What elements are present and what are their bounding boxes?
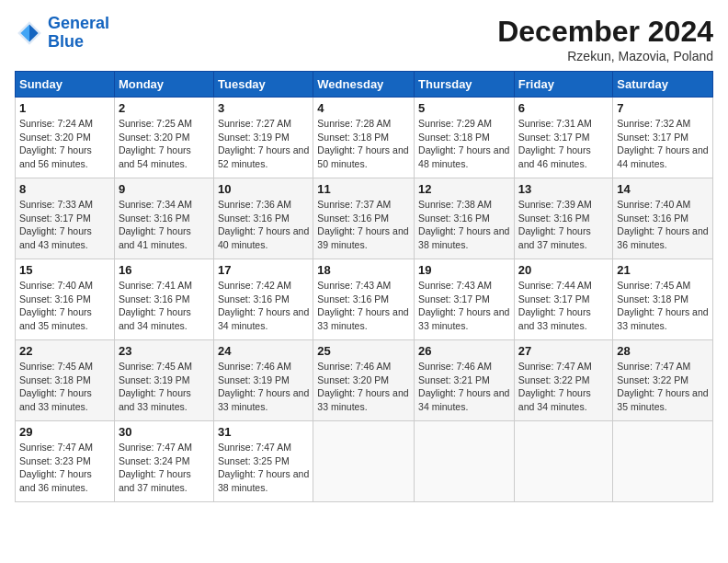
day-number: 3: [218, 101, 309, 115]
day-number: 8: [19, 182, 110, 196]
calendar-cell: [313, 421, 415, 502]
day-number: 21: [617, 263, 709, 277]
calendar-cell: 5 Sunrise: 7:29 AM Sunset: 3:18 PM Dayli…: [415, 98, 515, 178]
calendar-cell: 10 Sunrise: 7:36 AM Sunset: 3:16 PM Dayl…: [214, 178, 313, 259]
calendar-week-row: 8 Sunrise: 7:33 AM Sunset: 3:17 PM Dayli…: [16, 178, 713, 259]
day-info: Sunrise: 7:28 AM Sunset: 3:18 PM Dayligh…: [317, 117, 410, 171]
location-subtitle: Rzekun, Mazovia, Poland: [497, 49, 713, 63]
calendar-header-row: SundayMondayTuesdayWednesdayThursdayFrid…: [16, 72, 713, 98]
day-number: 18: [317, 263, 410, 277]
day-number: 26: [418, 344, 510, 358]
day-info: Sunrise: 7:47 AM Sunset: 3:23 PM Dayligh…: [19, 441, 110, 495]
calendar-cell: 19 Sunrise: 7:43 AM Sunset: 3:17 PM Dayl…: [415, 259, 515, 340]
calendar-cell: 6 Sunrise: 7:31 AM Sunset: 3:17 PM Dayli…: [514, 98, 613, 178]
calendar-cell: 13 Sunrise: 7:39 AM Sunset: 3:16 PM Dayl…: [514, 178, 613, 259]
day-number: 11: [317, 182, 410, 196]
day-number: 31: [218, 425, 309, 439]
day-number: 9: [119, 182, 210, 196]
day-number: 6: [518, 101, 609, 115]
day-number: 17: [218, 263, 309, 277]
day-info: Sunrise: 7:29 AM Sunset: 3:18 PM Dayligh…: [418, 117, 510, 171]
day-info: Sunrise: 7:46 AM Sunset: 3:21 PM Dayligh…: [418, 360, 510, 414]
day-info: Sunrise: 7:42 AM Sunset: 3:16 PM Dayligh…: [218, 279, 309, 333]
day-number: 5: [418, 101, 510, 115]
calendar-cell: 22 Sunrise: 7:45 AM Sunset: 3:18 PM Dayl…: [16, 340, 115, 421]
title-block: December 2024 Rzekun, Mazovia, Poland: [497, 15, 713, 63]
day-info: Sunrise: 7:46 AM Sunset: 3:19 PM Dayligh…: [218, 360, 309, 414]
day-number: 1: [19, 101, 110, 115]
day-number: 28: [617, 344, 709, 358]
calendar-cell: 11 Sunrise: 7:37 AM Sunset: 3:16 PM Dayl…: [313, 178, 415, 259]
calendar-cell: 30 Sunrise: 7:47 AM Sunset: 3:24 PM Dayl…: [114, 421, 213, 502]
day-info: Sunrise: 7:32 AM Sunset: 3:17 PM Dayligh…: [617, 117, 709, 171]
day-number: 24: [218, 344, 309, 358]
day-info: Sunrise: 7:37 AM Sunset: 3:16 PM Dayligh…: [317, 198, 410, 252]
calendar-cell: 1 Sunrise: 7:24 AM Sunset: 3:20 PM Dayli…: [16, 98, 115, 178]
logo-general: General: [48, 14, 109, 32]
day-number: 2: [119, 101, 210, 115]
calendar-week-row: 15 Sunrise: 7:40 AM Sunset: 3:16 PM Dayl…: [16, 259, 713, 340]
day-info: Sunrise: 7:34 AM Sunset: 3:16 PM Dayligh…: [119, 198, 210, 252]
calendar-cell: 7 Sunrise: 7:32 AM Sunset: 3:17 PM Dayli…: [613, 98, 713, 178]
day-header-wednesday: Wednesday: [313, 72, 415, 98]
day-header-tuesday: Tuesday: [214, 72, 313, 98]
logo: General Blue: [15, 15, 109, 52]
day-info: Sunrise: 7:47 AM Sunset: 3:24 PM Dayligh…: [119, 441, 210, 495]
calendar-cell: 28 Sunrise: 7:47 AM Sunset: 3:22 PM Dayl…: [613, 340, 713, 421]
day-info: Sunrise: 7:39 AM Sunset: 3:16 PM Dayligh…: [518, 198, 609, 252]
calendar-cell: 3 Sunrise: 7:27 AM Sunset: 3:19 PM Dayli…: [214, 98, 313, 178]
day-info: Sunrise: 7:43 AM Sunset: 3:17 PM Dayligh…: [418, 279, 510, 333]
day-info: Sunrise: 7:46 AM Sunset: 3:20 PM Dayligh…: [317, 360, 410, 414]
day-number: 12: [418, 182, 510, 196]
calendar-cell: [514, 421, 613, 502]
day-info: Sunrise: 7:47 AM Sunset: 3:22 PM Dayligh…: [518, 360, 609, 414]
day-info: Sunrise: 7:47 AM Sunset: 3:22 PM Dayligh…: [617, 360, 709, 414]
day-header-friday: Friday: [514, 72, 613, 98]
calendar-cell: 8 Sunrise: 7:33 AM Sunset: 3:17 PM Dayli…: [16, 178, 115, 259]
day-info: Sunrise: 7:43 AM Sunset: 3:16 PM Dayligh…: [317, 279, 410, 333]
calendar-cell: 18 Sunrise: 7:43 AM Sunset: 3:16 PM Dayl…: [313, 259, 415, 340]
day-info: Sunrise: 7:45 AM Sunset: 3:19 PM Dayligh…: [119, 360, 210, 414]
day-info: Sunrise: 7:41 AM Sunset: 3:16 PM Dayligh…: [119, 279, 210, 333]
day-number: 25: [317, 344, 410, 358]
calendar-cell: [613, 421, 713, 502]
day-header-saturday: Saturday: [613, 72, 713, 98]
day-number: 4: [317, 101, 410, 115]
day-number: 20: [518, 263, 609, 277]
day-number: 14: [617, 182, 709, 196]
day-info: Sunrise: 7:38 AM Sunset: 3:16 PM Dayligh…: [418, 198, 510, 252]
day-number: 13: [518, 182, 609, 196]
day-info: Sunrise: 7:27 AM Sunset: 3:19 PM Dayligh…: [218, 117, 309, 171]
day-number: 7: [617, 101, 709, 115]
day-number: 22: [19, 344, 110, 358]
day-number: 29: [19, 425, 110, 439]
day-info: Sunrise: 7:24 AM Sunset: 3:20 PM Dayligh…: [19, 117, 110, 171]
calendar-cell: 4 Sunrise: 7:28 AM Sunset: 3:18 PM Dayli…: [313, 98, 415, 178]
day-info: Sunrise: 7:31 AM Sunset: 3:17 PM Dayligh…: [518, 117, 609, 171]
day-header-sunday: Sunday: [16, 72, 115, 98]
day-number: 10: [218, 182, 309, 196]
day-number: 23: [119, 344, 210, 358]
day-header-monday: Monday: [114, 72, 213, 98]
calendar-cell: [415, 421, 515, 502]
calendar-cell: 25 Sunrise: 7:46 AM Sunset: 3:20 PM Dayl…: [313, 340, 415, 421]
month-title: December 2024: [497, 15, 713, 49]
calendar-cell: 16 Sunrise: 7:41 AM Sunset: 3:16 PM Dayl…: [114, 259, 213, 340]
day-info: Sunrise: 7:33 AM Sunset: 3:17 PM Dayligh…: [19, 198, 110, 252]
calendar-cell: 9 Sunrise: 7:34 AM Sunset: 3:16 PM Dayli…: [114, 178, 213, 259]
calendar-cell: 23 Sunrise: 7:45 AM Sunset: 3:19 PM Dayl…: [114, 340, 213, 421]
calendar-cell: 26 Sunrise: 7:46 AM Sunset: 3:21 PM Dayl…: [415, 340, 515, 421]
calendar-cell: 17 Sunrise: 7:42 AM Sunset: 3:16 PM Dayl…: [214, 259, 313, 340]
day-number: 16: [119, 263, 210, 277]
day-info: Sunrise: 7:40 AM Sunset: 3:16 PM Dayligh…: [617, 198, 709, 252]
day-info: Sunrise: 7:44 AM Sunset: 3:17 PM Dayligh…: [518, 279, 609, 333]
calendar-cell: 27 Sunrise: 7:47 AM Sunset: 3:22 PM Dayl…: [514, 340, 613, 421]
calendar-table: SundayMondayTuesdayWednesdayThursdayFrid…: [15, 71, 713, 502]
calendar-cell: 12 Sunrise: 7:38 AM Sunset: 3:16 PM Dayl…: [415, 178, 515, 259]
calendar-cell: 2 Sunrise: 7:25 AM Sunset: 3:20 PM Dayli…: [114, 98, 213, 178]
page-header: General Blue December 2024 Rzekun, Mazov…: [15, 15, 713, 63]
calendar-week-row: 1 Sunrise: 7:24 AM Sunset: 3:20 PM Dayli…: [16, 98, 713, 178]
day-info: Sunrise: 7:45 AM Sunset: 3:18 PM Dayligh…: [19, 360, 110, 414]
calendar-cell: 20 Sunrise: 7:44 AM Sunset: 3:17 PM Dayl…: [514, 259, 613, 340]
day-number: 15: [19, 263, 110, 277]
